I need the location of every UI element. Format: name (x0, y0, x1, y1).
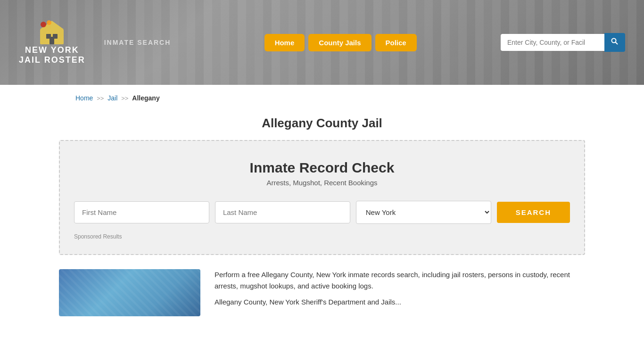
breadcrumb-sep1: >> (97, 95, 104, 102)
search-button[interactable]: SEARCH (497, 202, 570, 223)
header-search-area (501, 33, 625, 52)
svg-point-6 (47, 20, 51, 25)
inmate-search-label: INMATE SEARCH (104, 39, 171, 46)
logo-text-jail-roster: JAIL ROSTER (19, 55, 85, 65)
state-select[interactable]: AlabamaAlaskaArizonaArkansasCaliforniaCo… (356, 201, 491, 224)
logo-text-new-york: NEW YORK (25, 46, 79, 55)
description-text: Perform a free Allegany County, New York… (215, 269, 585, 292)
record-check-box: Inmate Record Check Arrests, Mugshot, Re… (59, 140, 585, 255)
bottom-content-area: Perform a free Allegany County, New York… (59, 269, 585, 316)
svg-rect-4 (50, 37, 54, 44)
logo-area: NEW YORK JAIL ROSTER (19, 20, 85, 65)
nav-county-jails-button[interactable]: County Jails (308, 34, 371, 51)
breadcrumb-jail[interactable]: Jail (107, 94, 117, 102)
nav-area: Home County Jails Police (199, 34, 482, 51)
record-check-subtitle: Arrests, Mugshot, Recent Bookings (74, 179, 570, 187)
header-search-input[interactable] (501, 34, 604, 51)
breadcrumb-sep2: >> (121, 95, 128, 102)
nav-home-button[interactable]: Home (264, 34, 305, 51)
search-form-row: AlabamaAlaskaArizonaArkansasCaliforniaCo… (74, 201, 570, 224)
nav-police-button[interactable]: Police (375, 34, 417, 51)
page-title-area: Allegany County Jail (0, 111, 644, 140)
jail-image (59, 269, 200, 316)
record-check-title: Inmate Record Check (74, 160, 570, 176)
bottom-text-area: Perform a free Allegany County, New York… (215, 269, 585, 313)
breadcrumb: Home >> Jail >> Allegany (0, 85, 644, 111)
last-name-input[interactable] (215, 201, 350, 223)
page-title: Allegany County Jail (0, 116, 644, 131)
svg-point-5 (41, 22, 46, 27)
breadcrumb-home[interactable]: Home (75, 94, 93, 102)
logo-icon (38, 20, 66, 46)
search-icon (611, 38, 619, 45)
site-header: NEW YORK JAIL ROSTER INMATE SEARCH Home … (0, 0, 644, 85)
svg-line-8 (616, 42, 618, 45)
sponsored-label: Sponsored Results (74, 233, 570, 240)
header-search-button[interactable] (604, 33, 625, 52)
second-line-text: Allegany County, New York Sheriff's Depa… (215, 296, 585, 308)
first-name-input[interactable] (74, 201, 209, 223)
svg-point-7 (612, 39, 616, 43)
breadcrumb-current: Allegany (132, 94, 159, 102)
